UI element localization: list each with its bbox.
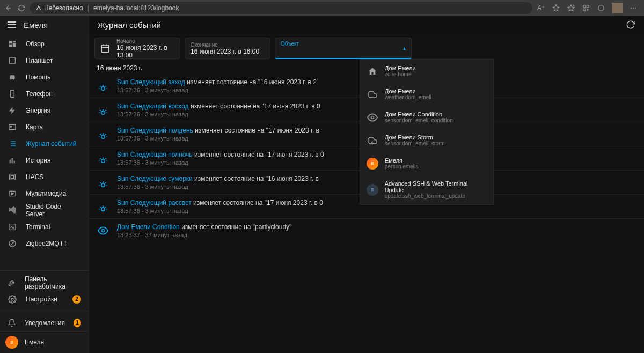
sidebar-item-devtools[interactable]: Панель разработчика xyxy=(0,274,89,291)
person-icon: Е xyxy=(367,158,378,170)
dropdown-item[interactable]: Дом Емели Stormsensor.dom_emeli_storm xyxy=(360,129,493,152)
end-date-filter[interactable]: Окончание 16 июня 2023 г. в 16:00 xyxy=(185,38,270,59)
sidebar-item-label: Помощь xyxy=(26,73,50,81)
svg-point-70 xyxy=(101,208,105,211)
log-entity-link[interactable]: Sun Следующий заход xyxy=(117,78,185,86)
sidebar-item-label: Обзор xyxy=(26,40,45,48)
sidebar-item-label: Terminal xyxy=(26,223,50,231)
svg-rect-14 xyxy=(10,57,16,64)
refresh-button[interactable] xyxy=(626,20,635,30)
svg-point-46 xyxy=(101,111,105,115)
log-row[interactable]: Дом Емели Condition изменяет состояние н… xyxy=(89,218,644,242)
log-entity-link[interactable]: Sun Следующий восход xyxy=(117,102,189,110)
svg-rect-35 xyxy=(101,45,109,53)
log-content: Sun Следующий полдень изменяет состояние… xyxy=(117,127,319,142)
dropdown-item[interactable]: ЕЕмеляperson.emelia xyxy=(360,152,493,175)
phone-icon xyxy=(8,89,17,99)
sidebar-item-notifications[interactable]: Уведомления1 xyxy=(0,314,89,331)
sidebar-item-help[interactable]: Помощь xyxy=(0,69,89,85)
app-title: Емеля xyxy=(24,20,48,30)
back-icon[interactable] xyxy=(4,4,13,12)
svg-line-42 xyxy=(100,86,101,87)
entity-input[interactable] xyxy=(281,48,388,55)
svg-line-48 xyxy=(100,110,101,111)
dropdown-item[interactable]: $Advanced SSH & Web Terminal Updateupdat… xyxy=(360,175,493,204)
sidebar-item-overview[interactable]: Обзор xyxy=(0,35,89,52)
sidebar-item-phone[interactable]: Телефон xyxy=(0,85,89,102)
star-icon[interactable] xyxy=(552,4,560,12)
collections-icon[interactable] xyxy=(582,4,590,12)
sun-icon xyxy=(97,79,109,92)
dropdown-name: Дом Емели xyxy=(385,88,431,94)
svg-marker-0 xyxy=(553,5,559,11)
svg-rect-16 xyxy=(9,124,16,129)
car-icon xyxy=(8,72,17,82)
address-bar[interactable]: Небезопасно | emelya-ha.local:8123/logbo… xyxy=(30,2,532,14)
tablet-icon xyxy=(8,56,17,65)
svg-rect-5 xyxy=(587,5,589,7)
main-content: Журнал событий Начало 16 июня 2023 г. в … xyxy=(89,16,644,353)
sidebar-item-media[interactable]: Мультимедиа xyxy=(0,185,89,202)
sidebar-item-vscode[interactable]: Studio Code Server xyxy=(0,202,89,218)
sidebar-item-label: Энергия xyxy=(26,107,50,114)
play-icon xyxy=(8,189,17,198)
entity-filter[interactable]: Объект ▴ xyxy=(275,38,412,59)
sidebar-item-terminal[interactable]: Terminal xyxy=(0,218,89,235)
dropdown-name: Дом Емели Condition xyxy=(385,111,453,117)
sidebar-item-map[interactable]: Карта xyxy=(0,119,89,135)
extension-icon[interactable] xyxy=(597,4,605,12)
svg-line-49 xyxy=(105,110,106,111)
svg-line-73 xyxy=(105,207,106,208)
sidebar-item-label: Zigbee2MQTT xyxy=(26,240,67,247)
sidebar-item-z2m[interactable]: Zigbee2MQTT xyxy=(0,235,89,252)
sidebar-item-label: Studio Code Server xyxy=(26,203,81,218)
svg-point-17 xyxy=(10,126,12,127)
text-size-icon[interactable]: A⁺ xyxy=(537,4,545,12)
calendar-icon xyxy=(100,43,110,53)
log-entity-link[interactable]: Дом Емели Condition xyxy=(117,223,180,231)
hamburger-icon[interactable] xyxy=(8,21,16,28)
svg-point-76 xyxy=(102,230,105,232)
sidebar-item-logbook[interactable]: Журнал событий xyxy=(0,135,89,152)
profile-avatar[interactable] xyxy=(612,3,623,13)
dropdown-item[interactable]: Дом Емелиzone.home xyxy=(360,60,493,83)
start-value: 16 июня 2023 г. в 13:00 xyxy=(116,44,174,59)
sidebar-item-hacs[interactable]: HACS xyxy=(0,168,89,185)
log-entity-link[interactable]: Sun Следующий полдень xyxy=(117,127,193,134)
svg-rect-28 xyxy=(11,175,13,178)
app-root: Емеля ОбзорПланшетПомощьТелефонЭнергияКа… xyxy=(0,16,644,353)
separator: | xyxy=(87,4,89,12)
dropdown-id: zone.home xyxy=(385,71,416,77)
svg-point-40 xyxy=(101,87,105,91)
log-timestamp: 13:57:36 - 3 минуты назад xyxy=(117,135,319,142)
favorites-icon[interactable] xyxy=(567,4,575,12)
svg-rect-24 xyxy=(10,159,11,163)
sidebar-item-tablet[interactable]: Планшет xyxy=(0,52,89,69)
dropdown-item[interactable]: Дом Емелиweather.dom_emeli xyxy=(360,83,493,106)
svg-point-9 xyxy=(598,5,604,11)
home-icon xyxy=(367,65,378,77)
sidebar-item-label: Панель разработчика xyxy=(25,275,81,290)
start-date-filter[interactable]: Начало 16 июня 2023 г. в 13:00 xyxy=(94,38,180,59)
bolt-icon xyxy=(8,106,17,115)
user-row[interactable]: Е Емеля xyxy=(0,331,89,353)
zigbee-icon xyxy=(8,239,17,248)
dropdown-item[interactable]: Дом Емели Conditionsensor.dom_emeli_cond… xyxy=(360,106,493,129)
sidebar-item-energy[interactable]: Энергия xyxy=(0,102,89,119)
dropdown-id: weather.dom_emeli xyxy=(385,94,431,100)
sidebar-item-label: HACS xyxy=(26,173,43,181)
sidebar-item-history[interactable]: История xyxy=(0,152,89,168)
badge: 2 xyxy=(72,295,81,304)
eye-icon xyxy=(367,112,378,123)
sidebar-item-label: Журнал событий xyxy=(26,140,76,148)
refresh-icon[interactable] xyxy=(17,4,26,12)
more-icon[interactable]: ⋯ xyxy=(629,4,638,12)
log-timestamp: 13:57:36 - 3 минуты назад xyxy=(117,159,324,166)
log-entity-link[interactable]: Sun Следующий рассвет xyxy=(117,199,192,207)
log-entity-link[interactable]: Sun Следующая полночь xyxy=(117,151,193,158)
svg-line-72 xyxy=(100,207,101,208)
hacs-icon xyxy=(8,172,17,182)
sidebar-item-settings[interactable]: Настройки2 xyxy=(0,291,89,307)
log-entity-link[interactable]: Sun Следующие сумерки xyxy=(117,175,193,182)
log-text: изменяет состояние на "17 июня 2023 г. в… xyxy=(189,102,320,110)
